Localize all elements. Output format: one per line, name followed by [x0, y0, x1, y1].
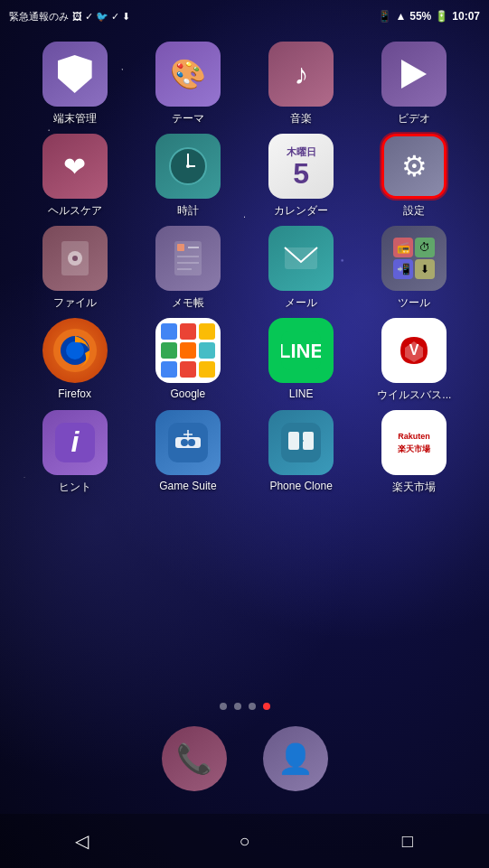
svg-text:i: i — [71, 425, 80, 458]
page-dot-3[interactable] — [249, 703, 256, 710]
app-row-2: ❤ ヘルスケア 時計 木曜日 — [18, 134, 471, 219]
status-right: 📱 ▲ 55% 🔋 10:07 — [378, 10, 480, 23]
notification-icons: 🖼 ✓ 🐦 ✓ ⬇ — [72, 11, 130, 23]
svg-rect-8 — [177, 244, 184, 251]
clock-label: 時計 — [177, 203, 199, 219]
contacts-dock-icon: 👤 — [263, 726, 328, 791]
status-left: 緊急通報のみ 🖼 ✓ 🐦 ✓ ⬇ — [9, 10, 130, 23]
google-icon — [155, 318, 221, 383]
theme-label: テーマ — [172, 111, 204, 126]
home-button[interactable]: ○ — [224, 821, 264, 861]
tools-icon: 📻 ⏱ 📲 ⬇ — [381, 226, 447, 291]
app-row-4: Firefox Google — [18, 318, 471, 403]
gamesuite-icon — [155, 410, 221, 475]
app-line[interactable]: LINE LINE — [251, 318, 351, 403]
google-label: Google — [171, 387, 206, 400]
svg-point-6 — [72, 256, 78, 261]
hint-label: ヒント — [59, 480, 91, 495]
app-settings[interactable]: ⚙ 設定 — [364, 134, 464, 219]
app-tanmatsu[interactable]: 端末管理 — [25, 42, 125, 126]
nav-bar: ◁ ○ □ — [0, 814, 489, 868]
virus-label: ウイルスバス... — [377, 387, 451, 403]
line-label: LINE — [289, 387, 314, 400]
svg-point-26 — [188, 439, 195, 446]
app-mail[interactable]: メール — [251, 226, 351, 311]
app-calendar[interactable]: 木曜日 5 カレンダー — [251, 134, 351, 219]
settings-icon: ⚙ — [381, 134, 447, 199]
app-rakuten[interactable]: Rakuten 楽天市場 楽天市場 — [364, 410, 464, 495]
rakuten-icon: Rakuten 楽天市場 — [381, 410, 447, 475]
firefox-label: Firefox — [58, 387, 91, 400]
memo-label: メモ帳 — [172, 295, 204, 311]
calendar-label: カレンダー — [274, 203, 328, 219]
page-dot-4[interactable] — [263, 703, 270, 710]
dock: 📞 👤 — [0, 717, 489, 814]
app-file[interactable]: ファイル — [25, 226, 125, 311]
svg-rect-31 — [303, 432, 314, 450]
svg-text:V: V — [409, 342, 419, 358]
app-grid: 端末管理 🎨 テーマ ♪ 音楽 ビデオ — [0, 33, 489, 695]
app-virus[interactable]: V ウイルスバス... — [364, 318, 464, 403]
mail-icon — [268, 226, 334, 291]
svg-rect-32 — [394, 423, 434, 462]
svg-text:楽天市場: 楽天市場 — [398, 443, 431, 453]
music-icon: ♪ — [268, 42, 334, 107]
health-icon: ❤ — [42, 134, 108, 199]
health-label: ヘルスケア — [48, 203, 102, 219]
app-gamesuite[interactable]: Game Suite — [138, 410, 238, 495]
app-row-1: 端末管理 🎨 テーマ ♪ 音楽 ビデオ — [18, 42, 471, 126]
app-phoneclone[interactable]: Phone Clone — [251, 410, 351, 495]
app-clock[interactable]: 時計 — [138, 134, 238, 219]
dock-phone[interactable]: 📞 — [162, 726, 227, 796]
page-dot-1[interactable] — [220, 703, 227, 710]
tanmatsu-label: 端末管理 — [53, 111, 97, 126]
sim-icon: 📱 — [378, 10, 391, 23]
tools-label: ツール — [398, 295, 430, 311]
app-google[interactable]: Google — [138, 318, 238, 403]
video-icon — [381, 42, 447, 107]
recent-button[interactable]: □ — [388, 821, 428, 861]
video-label: ビデオ — [398, 111, 430, 126]
app-row-5: i ヒント Game Suite — [18, 410, 471, 495]
tanmatsu-icon — [42, 42, 108, 107]
time-display: 10:07 — [452, 10, 480, 23]
rakuten-label: 楽天市場 — [392, 480, 436, 495]
battery-icon: 🔋 — [435, 10, 448, 23]
app-firefox[interactable]: Firefox — [25, 318, 125, 403]
emergency-text: 緊急通報のみ — [9, 10, 69, 23]
dock-contacts[interactable]: 👤 — [263, 726, 328, 796]
phoneclone-label: Phone Clone — [269, 480, 332, 492]
music-label: 音楽 — [290, 111, 312, 126]
page-dots — [0, 695, 489, 717]
svg-text:LINE: LINE — [281, 340, 321, 362]
settings-label: 設定 — [403, 203, 425, 219]
status-bar: 緊急通報のみ 🖼 ✓ 🐦 ✓ ⬇ 📱 ▲ 55% 🔋 10:07 — [0, 0, 489, 33]
app-tools[interactable]: 📻 ⏱ 📲 ⬇ ツール — [364, 226, 464, 311]
gamesuite-label: Game Suite — [159, 480, 216, 492]
app-health[interactable]: ❤ ヘルスケア — [25, 134, 125, 219]
back-button[interactable]: ◁ — [61, 821, 101, 861]
hint-icon: i — [42, 410, 108, 475]
memo-icon — [155, 226, 221, 291]
app-theme[interactable]: 🎨 テーマ — [138, 42, 238, 126]
page-dot-2[interactable] — [234, 703, 241, 710]
file-icon — [42, 226, 108, 291]
calendar-icon: 木曜日 5 — [268, 134, 334, 199]
wifi-icon: ▲ — [395, 10, 406, 23]
app-hint[interactable]: i ヒント — [25, 410, 125, 495]
svg-point-25 — [181, 439, 188, 446]
phone-dock-icon: 📞 — [162, 726, 227, 791]
svg-point-16 — [66, 341, 84, 359]
mail-label: メール — [285, 295, 317, 311]
virus-icon: V — [381, 318, 447, 383]
line-icon: LINE — [268, 318, 334, 383]
app-music[interactable]: ♪ 音楽 — [251, 42, 351, 126]
svg-rect-30 — [288, 432, 299, 450]
clock-icon — [155, 134, 221, 199]
svg-rect-28 — [183, 434, 193, 435]
file-label: ファイル — [53, 295, 97, 311]
app-video[interactable]: ビデオ — [364, 42, 464, 126]
app-row-3: ファイル メモ帳 — [18, 226, 471, 311]
theme-icon: 🎨 — [155, 42, 221, 107]
app-memo[interactable]: メモ帳 — [138, 226, 238, 311]
